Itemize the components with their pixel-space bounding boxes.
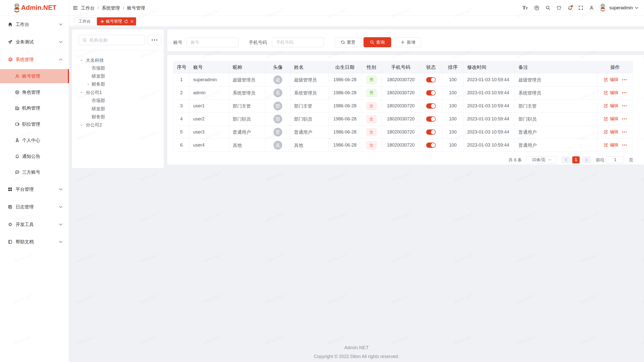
- svg-text:中: 中: [535, 6, 538, 9]
